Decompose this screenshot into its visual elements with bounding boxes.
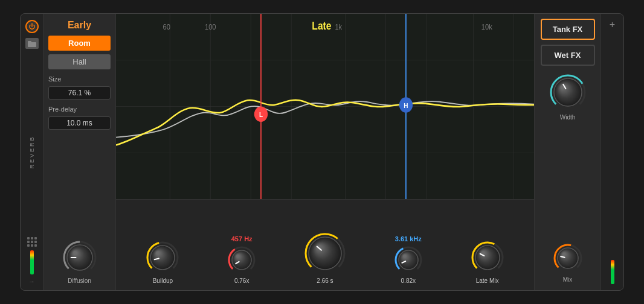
tank-fx-button[interactable]: Tank FX: [541, 19, 595, 40]
svg-text:1k: 1k: [335, 22, 343, 31]
knob-group-low-shape: 457 Hz 0.76x: [227, 235, 257, 284]
mix-label: Mix: [563, 276, 573, 283]
eq-display: 60 100 1k 10k Late L H: [116, 14, 534, 200]
hall-button[interactable]: Hall: [48, 54, 111, 69]
size-value[interactable]: 76.1 %: [48, 86, 111, 100]
svg-text:100: 100: [205, 22, 216, 31]
width-knob[interactable]: [549, 73, 587, 112]
wet-fx-button[interactable]: Wet FX: [541, 45, 595, 66]
svg-rect-1: [28, 41, 31, 43]
plugin-container: REVERB → Early Room Hall Size 76.1 % Pre…: [20, 13, 624, 291]
svg-text:Late: Late: [312, 20, 331, 32]
knob-group-decay: 2.66 s: [303, 220, 347, 284]
diffusion-knob[interactable]: [62, 239, 98, 276]
folder-button[interactable]: [25, 38, 39, 49]
svg-text:L: L: [259, 111, 263, 119]
knob-group-late-mix: Late Mix: [470, 228, 505, 284]
decay-knob[interactable]: [303, 232, 347, 275]
eq-svg: 60 100 1k 10k Late L H: [116, 14, 534, 199]
low-freq-label: 457 Hz: [231, 235, 253, 242]
knob-group-buildup: Buildup: [145, 228, 180, 284]
plus-right[interactable]: +: [610, 20, 615, 30]
high-shape-knob[interactable]: [393, 245, 423, 275]
arrow-icon[interactable]: →: [27, 278, 37, 284]
plugin-label: REVERB: [29, 135, 35, 168]
right-panel: Tank FX Wet FX Width Mix: [534, 14, 601, 290]
main-area: 60 100 1k 10k Late L H: [116, 14, 534, 290]
left-strip-bottom: →: [27, 237, 37, 284]
vu-meter-left: [30, 250, 34, 274]
power-button[interactable]: [25, 20, 39, 33]
size-label: Size: [48, 75, 111, 83]
decay-value: 2.66 s: [317, 277, 333, 284]
width-label: Width: [560, 114, 576, 121]
late-mix-label: Late Mix: [476, 277, 499, 284]
svg-text:10k: 10k: [481, 22, 493, 31]
width-knob-area: Width: [549, 73, 587, 121]
low-shape-knob[interactable]: [227, 245, 257, 275]
buildup-label: Buildup: [153, 277, 173, 284]
high-freq-label: 3.61 kHz: [395, 235, 422, 242]
svg-text:60: 60: [163, 22, 170, 31]
late-mix-knob[interactable]: [470, 240, 505, 275]
left-strip: REVERB →: [21, 14, 43, 290]
early-title: Early: [48, 20, 111, 31]
right-strip: +: [601, 14, 623, 290]
grid-icon[interactable]: [27, 237, 37, 247]
mix-knob-area: Mix: [552, 242, 584, 283]
svg-text:H: H: [404, 101, 408, 109]
mix-knob[interactable]: [552, 242, 584, 274]
diffusion-knob-area: Diffusion: [48, 239, 111, 284]
controls-strip: Buildup 457 Hz 0.76x 2.66 s 3.61 kHz 0.8…: [116, 200, 534, 290]
knob-group-high-shape: 3.61 kHz 0.82x: [393, 235, 423, 284]
high-shape-value: 0.82x: [401, 277, 416, 284]
room-button[interactable]: Room: [48, 36, 111, 51]
buildup-knob[interactable]: [145, 240, 180, 275]
predelay-label: Pre-delay: [48, 106, 111, 113]
predelay-value[interactable]: 10.0 ms: [48, 116, 111, 130]
low-shape-value: 0.76x: [234, 277, 249, 284]
early-section: Early Room Hall Size 76.1 % Pre-delay 10…: [43, 14, 116, 290]
diffusion-label: Diffusion: [68, 277, 91, 284]
vu-meter-right: [611, 260, 614, 284]
